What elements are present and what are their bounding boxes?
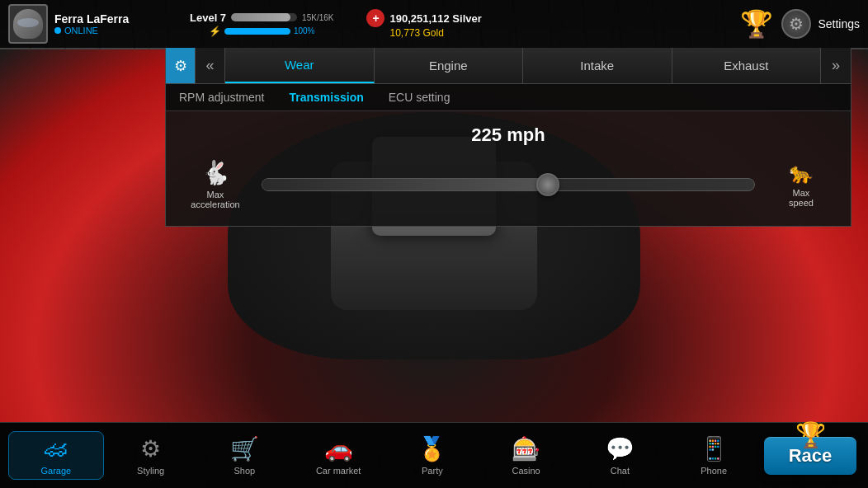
speed-label: 🐆 Maxspeed <box>768 162 834 208</box>
tab-engine-label: Engine <box>429 59 468 73</box>
lightning-icon: ⚡ <box>209 26 221 37</box>
gear-tab-icon: ⚙ <box>166 48 196 83</box>
header-bar: Ferra LaFerra ONLINE Level 7 15K/16K ⚡ 1… <box>0 0 868 48</box>
transmission-content: 225 mph 🐇 Maxacceleration 🐆 Maxspeed <box>166 111 851 226</box>
tab-engine[interactable]: Engine <box>375 48 524 83</box>
settings-label: Settings <box>818 17 860 30</box>
sub-tab-ecu[interactable]: ECU setting <box>389 91 451 104</box>
nav-casino[interactable]: 🎰 Casino <box>479 432 573 479</box>
slider-row: 🐇 Maxacceleration 🐆 Maxspeed <box>182 159 834 209</box>
race-trophy-icon: 🏆 <box>795 420 826 449</box>
tab-prev-button[interactable] <box>196 48 225 83</box>
settings-section[interactable]: ⚙ Settings <box>781 9 860 39</box>
tab-wear[interactable]: Wear <box>225 48 375 83</box>
cheetah-icon: 🐆 <box>789 162 814 185</box>
accel-label: 🐇 Maxacceleration <box>182 159 248 209</box>
silver-row: + 190,251,112 Silver <box>366 9 481 27</box>
lightning-bar <box>224 28 290 35</box>
car-market-icon: 🚗 <box>324 435 353 462</box>
styling-icon: ⚙ <box>140 435 161 462</box>
slider-track <box>262 178 755 191</box>
chat-label: Chat <box>611 466 630 476</box>
party-label: Party <box>422 466 443 476</box>
nav-car-market[interactable]: 🚗 Car market <box>291 432 385 479</box>
race-section: 🏆 Race <box>761 437 860 475</box>
sub-tabs-row: RPM adjustment Transmission ECU setting <box>166 84 851 111</box>
trophy-icon: 🏆 <box>740 8 773 40</box>
player-name: Ferra LaFerra <box>54 12 129 26</box>
med-cross-icon: + <box>366 9 384 27</box>
shop-label: Shop <box>234 466 256 476</box>
styling-label: Styling <box>137 466 164 476</box>
phone-icon: 📱 <box>700 435 729 462</box>
online-status: ONLINE <box>54 26 129 35</box>
garage-label: Garage <box>41 466 72 476</box>
speed-text: Maxspeed <box>789 188 814 208</box>
level-section: Level 7 15K/16K ⚡ 100% <box>190 12 333 37</box>
nav-shop[interactable]: 🛒 Shop <box>198 432 292 479</box>
tabs-row: ⚙ Wear Engine Intake Exhaust <box>166 48 851 84</box>
gold-row: 10,773 Gold <box>366 27 481 39</box>
nav-phone[interactable]: 📱 Phone <box>667 432 761 479</box>
level-bar-fill <box>231 13 290 21</box>
level-max: 16K <box>319 13 334 22</box>
chat-icon: 💬 <box>606 435 634 462</box>
speed-display: 225 mph <box>182 124 834 146</box>
casino-icon: 🎰 <box>512 435 540 462</box>
gold-amount: 10,773 Gold <box>389 27 443 39</box>
nav-party[interactable]: 🏅 Party <box>385 432 479 479</box>
lightning-percent: 100% <box>294 26 315 35</box>
lightning-bar-container: ⚡ 100% <box>209 26 315 37</box>
tab-wear-label: Wear <box>285 58 314 72</box>
tab-exhaust-label: Exhaust <box>724 59 768 73</box>
tab-intake-label: Intake <box>580 59 614 73</box>
slider-fill <box>262 179 558 190</box>
level-bar-container: Level 7 15K/16K <box>190 12 333 24</box>
player-avatar[interactable] <box>8 4 48 44</box>
casino-label: Casino <box>512 466 540 476</box>
lightning-bar-fill <box>224 28 290 35</box>
level-label: Level 7 <box>190 12 226 24</box>
slider-container[interactable] <box>262 170 755 199</box>
party-icon: 🏅 <box>417 435 446 462</box>
sub-tab-transmission[interactable]: Transmission <box>289 91 363 104</box>
tab-next-button[interactable] <box>821 48 851 83</box>
nav-styling[interactable]: ⚙ Styling <box>104 432 198 479</box>
tuning-panel: ⚙ Wear Engine Intake Exhaust RPM adjustm… <box>165 48 851 227</box>
nav-garage[interactable]: 🏎 Garage <box>8 431 104 480</box>
online-dot-icon <box>54 27 61 34</box>
player-info: Ferra LaFerra ONLINE <box>54 12 129 35</box>
car-market-label: Car market <box>316 466 361 476</box>
gear-icon[interactable]: ⚙ <box>781 9 811 39</box>
accel-text: Maxacceleration <box>191 190 239 209</box>
silver-amount: 190,251,112 Silver <box>389 12 481 25</box>
level-values: 15K/16K <box>302 13 333 22</box>
tab-exhaust[interactable]: Exhaust <box>672 48 822 83</box>
tab-intake[interactable]: Intake <box>523 48 672 83</box>
phone-label: Phone <box>701 466 727 476</box>
helmet-icon <box>13 9 43 39</box>
level-bar <box>231 13 297 21</box>
player-section: Ferra LaFerra ONLINE <box>8 4 173 44</box>
rabbit-icon: 🐇 <box>201 159 230 186</box>
trophy-section[interactable]: 🏆 <box>740 8 773 40</box>
online-label: ONLINE <box>64 26 98 35</box>
currency-section: + 190,251,112 Silver 10,773 Gold <box>366 9 481 39</box>
shop-icon: 🛒 <box>230 435 259 462</box>
level-current: 15K <box>302 13 317 22</box>
garage-icon: 🏎 <box>45 435 68 462</box>
sub-tab-rpm[interactable]: RPM adjustment <box>179 91 264 104</box>
bottom-nav: 🏎 Garage ⚙ Styling 🛒 Shop 🚗 Car market 🏅… <box>0 422 868 488</box>
nav-chat[interactable]: 💬 Chat <box>573 432 668 479</box>
slider-thumb[interactable] <box>536 173 559 196</box>
